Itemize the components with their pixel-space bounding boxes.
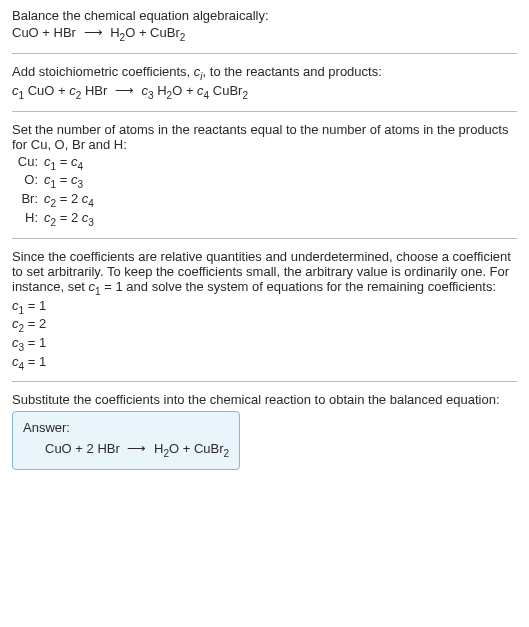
el: Br: (12, 191, 44, 210)
lhs: CuO + 2 HBr (45, 441, 123, 456)
s: 4 (77, 160, 83, 171)
s: 4 (88, 198, 94, 209)
table-row: O:c1 = c3 (12, 172, 100, 191)
step-text: Since the coefficients are relative quan… (12, 249, 517, 297)
sp2: HBr (81, 83, 111, 98)
section-problem: Balance the chemical equation algebraica… (12, 8, 517, 43)
br2: 2 (242, 90, 248, 101)
sub-2: 2 (224, 448, 230, 459)
product-cubr2: CuBr2 (150, 25, 185, 40)
divider (12, 238, 517, 239)
balance-table: Cu:c1 = c4 O:c1 = c3 Br:c2 = 2 c4 H:c2 =… (12, 154, 100, 228)
sp3b: O + (172, 83, 197, 98)
arrow-icon: ⟶ (111, 83, 138, 98)
s: 3 (88, 216, 94, 227)
table-row: Cu:c1 = c4 (12, 154, 100, 173)
o: O (125, 25, 135, 40)
eq: c2 = 2 c3 (44, 210, 100, 229)
answer-header: Answer: (23, 420, 229, 435)
sub-2: 2 (180, 32, 186, 43)
rc: 2 (71, 210, 82, 225)
v: = 2 (24, 316, 46, 331)
v: = 1 (24, 354, 46, 369)
product-h2o: H2O (110, 25, 135, 40)
v: = 1 (24, 335, 46, 350)
v: = 1 (24, 298, 46, 313)
reactant-cuo: CuO (12, 25, 39, 40)
problem-title: Balance the chemical equation algebraica… (12, 8, 517, 23)
sp1: CuO + (24, 83, 69, 98)
el: Cu: (12, 154, 44, 173)
eq: c2 = 2 c4 (44, 191, 100, 210)
section-atom-balance: Set the number of atoms in the reactants… (12, 122, 517, 228)
balanced-equation: CuO + 2 HBr ⟶ H2O + CuBr2 (23, 441, 229, 459)
answer-box: Answer: CuO + 2 HBr ⟶ H2O + CuBr2 (12, 411, 240, 470)
eqs: = (56, 172, 71, 187)
section-add-coefficients: Add stoichiometric coefficients, ci, to … (12, 64, 517, 101)
c3: c (138, 83, 148, 98)
unbalanced-equation: CuO + HBr ⟶ H2O + CuBr2 (12, 25, 517, 43)
reaction-with-coefs: c1 CuO + c2 HBr ⟶ c3 H2O + c4 CuBr2 (12, 83, 517, 101)
h: H (150, 441, 163, 456)
step-text: Substitute the coefficients into the che… (12, 392, 517, 407)
eqs: = (56, 154, 71, 169)
step-text: Add stoichiometric coefficients, ci, to … (12, 64, 517, 82)
coef: c3 = 1 (12, 335, 517, 353)
plus: + (39, 25, 54, 40)
coef: c1 = 1 (12, 298, 517, 316)
divider (12, 111, 517, 112)
coef: c2 = 2 (12, 316, 517, 334)
divider (12, 381, 517, 382)
eq: c1 = c3 (44, 172, 100, 191)
eqs: = (56, 210, 71, 225)
el: H: (12, 210, 44, 229)
section-substitute: Substitute the coefficients into the che… (12, 392, 517, 470)
coef: c4 = 1 (12, 354, 517, 372)
el: O: (12, 172, 44, 191)
arrow-icon: ⟶ (123, 441, 150, 456)
divider (12, 53, 517, 54)
s: 3 (77, 179, 83, 190)
t2: , to the reactants and products: (203, 64, 382, 79)
table-row: H:c2 = 2 c3 (12, 210, 100, 229)
cubr: CuBr (150, 25, 180, 40)
coef-list: c1 = 1 c2 = 2 c3 = 1 c4 = 1 (12, 298, 517, 371)
eq: c1 = c4 (44, 154, 100, 173)
table-row: Br:c2 = 2 c4 (12, 191, 100, 210)
step-text: Set the number of atoms in the reactants… (12, 122, 517, 152)
rest: O + CuBr (169, 441, 224, 456)
section-solve: Since the coefficients are relative quan… (12, 249, 517, 371)
plus: + (135, 25, 150, 40)
t1: Add stoichiometric coefficients, (12, 64, 194, 79)
rc: 2 (71, 191, 82, 206)
sp4: CuBr (209, 83, 242, 98)
arrow-icon: ⟶ (80, 25, 107, 40)
reactant-hbr: HBr (54, 25, 76, 40)
eqs: = (56, 191, 71, 206)
sp3: H (154, 83, 167, 98)
h: H (110, 25, 119, 40)
t2: = 1 and solve the system of equations fo… (101, 279, 496, 294)
